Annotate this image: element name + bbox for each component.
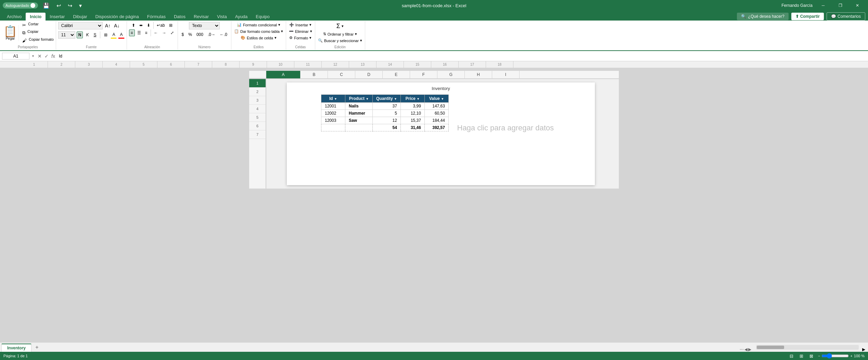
comma-btn[interactable]: 000 <box>195 31 205 38</box>
insert-function-btn[interactable]: fx <box>50 53 56 59</box>
row-num-6[interactable]: 6 <box>249 122 266 130</box>
align-bottom-btn[interactable]: ⬇ <box>145 22 152 29</box>
tab-ayuda[interactable]: Ayuda <box>231 13 252 21</box>
tab-archivo[interactable]: Archivo <box>3 13 26 21</box>
cell-product-1[interactable]: Nails <box>345 103 373 110</box>
number-format-select[interactable]: Texto <box>189 22 220 29</box>
tab-datos[interactable]: Datos <box>170 13 190 21</box>
cell-reference-input[interactable] <box>2 53 29 60</box>
tab-scroll-right[interactable]: ▶ <box>748 347 751 352</box>
minimize-button[interactable]: ─ <box>815 0 831 11</box>
row-num-1[interactable]: 1 <box>249 79 266 88</box>
redo-icon[interactable]: ↪ <box>66 2 74 9</box>
font-color-button[interactable]: A <box>118 31 124 39</box>
cell-price-1[interactable]: 3,99 <box>400 103 424 110</box>
save-icon[interactable]: 💾 <box>41 2 52 9</box>
cell-product-3[interactable]: Saw <box>345 117 373 124</box>
fill-color-button[interactable]: A <box>111 31 117 39</box>
comments-button[interactable]: 💬 Comentarios <box>827 12 865 21</box>
value-filter-arrow[interactable]: ▼ <box>441 97 444 101</box>
find-btn[interactable]: 🔍 Buscar y seleccionar ▾ <box>317 38 363 43</box>
th-price[interactable]: Price ▼ <box>400 95 424 103</box>
cut-button[interactable]: ✂ <box>21 22 27 28</box>
cell-value-2[interactable]: 60,50 <box>424 110 448 117</box>
sum-btn[interactable]: Σ ▾ <box>336 22 344 30</box>
tab-insertar[interactable]: Insertar <box>46 13 69 21</box>
pegar-button[interactable]: 📋 Pegar <box>2 25 19 41</box>
horizontal-scrollbar[interactable] <box>756 345 859 350</box>
insert-btn[interactable]: ➕ Insertar ▾ <box>289 22 312 28</box>
th-value[interactable]: Value ▼ <box>424 95 448 103</box>
tab-disposicion[interactable]: Disposición de página <box>91 13 143 21</box>
font-family-select[interactable]: Calibri <box>58 22 103 29</box>
increase-font-btn[interactable]: A↑ <box>104 23 112 28</box>
decrease-font-btn[interactable]: A↓ <box>113 23 120 28</box>
indent-dec-btn[interactable]: ← <box>152 29 160 36</box>
cell-price-2[interactable]: 12,10 <box>400 110 424 117</box>
format-btn[interactable]: ⚙ Formato ▾ <box>289 35 312 41</box>
undo-icon[interactable]: ↩ <box>54 2 63 9</box>
zoom-out-btn[interactable]: − <box>818 354 820 358</box>
restore-button[interactable]: ❐ <box>832 0 848 11</box>
cell-id-3[interactable]: 12003 <box>321 117 345 124</box>
th-quantity[interactable]: Quantity ▼ <box>373 95 401 103</box>
col-header-f[interactable]: F <box>410 71 437 78</box>
sheet-tab-inventory[interactable]: Inventory <box>1 344 31 352</box>
id-filter-arrow[interactable]: ▼ <box>334 97 337 101</box>
col-header-d[interactable]: D <box>355 71 383 78</box>
underline-button[interactable]: S <box>92 31 98 38</box>
row-num-2[interactable]: 2 <box>249 88 266 96</box>
col-header-b[interactable]: B <box>301 71 328 78</box>
cell-qty-1[interactable]: 37 <box>373 103 401 110</box>
share-button[interactable]: ⬆ Compartir <box>791 13 824 20</box>
merge-btn[interactable]: ⊞ <box>167 22 174 29</box>
align-left-btn[interactable]: ≡ <box>129 29 135 36</box>
tab-equipo[interactable]: Equipo <box>252 13 273 21</box>
dec-inc-btn[interactable]: .0→ <box>206 31 217 38</box>
align-right-btn[interactable]: ≡ <box>143 29 149 36</box>
cell-value-3[interactable]: 184,44 <box>424 117 448 124</box>
col-header-i[interactable]: I <box>492 71 520 78</box>
tab-scroll-left2[interactable]: ◀ <box>744 347 748 352</box>
format-paint-button[interactable]: 🖌 <box>21 37 28 44</box>
row-num-4[interactable]: 4 <box>249 105 266 113</box>
currency-btn[interactable]: $ <box>180 31 186 38</box>
tab-scroll-left[interactable]: ⋯ <box>740 347 744 352</box>
wrap-text-btn[interactable]: ↵ab <box>155 22 166 29</box>
close-button[interactable]: ✕ <box>850 0 865 11</box>
product-filter-arrow[interactable]: ▼ <box>366 97 369 101</box>
tab-formulas[interactable]: Fórmulas <box>143 13 170 21</box>
italic-button[interactable]: K <box>84 31 90 38</box>
col-header-h[interactable]: H <box>465 71 492 78</box>
page-layout-btn[interactable]: ⊞ <box>798 353 805 359</box>
confirm-formula-btn[interactable]: ✓ <box>43 53 50 59</box>
bold-button[interactable]: N <box>77 31 83 38</box>
row-num-5[interactable]: 5 <box>249 113 266 122</box>
dec-dec-btn[interactable]: ←.0 <box>218 31 229 38</box>
price-filter-arrow[interactable]: ▼ <box>417 97 420 101</box>
indent-inc-btn[interactable]: → <box>161 29 168 36</box>
scrollbar-thumb[interactable] <box>757 346 784 349</box>
col-header-a[interactable]: A <box>266 71 301 78</box>
border-button[interactable]: ⊞ <box>102 31 109 38</box>
qty-filter-arrow[interactable]: ▼ <box>394 97 397 101</box>
delete-btn[interactable]: ➖ Eliminar ▾ <box>288 28 313 34</box>
sort-filter-btn[interactable]: ⇅ Ordenar y filtrar ▾ <box>322 31 358 37</box>
row-num-3[interactable]: 3 <box>249 96 266 105</box>
cell-qty-2[interactable]: 5 <box>373 110 401 117</box>
cell-value-1[interactable]: 147,63 <box>424 103 448 110</box>
formula-input[interactable] <box>58 53 866 59</box>
page-break-btn[interactable]: ⊠ <box>808 353 815 359</box>
zoom-in-btn[interactable]: + <box>850 354 852 358</box>
add-sheet-button[interactable]: + <box>33 343 41 351</box>
conditional-format-btn[interactable]: 📊 Formato condicional ▾ <box>236 22 281 28</box>
copy-button[interactable]: ⧉ <box>21 29 27 36</box>
scroll-right-btn[interactable]: ▶ <box>861 347 867 352</box>
format-table-btn[interactable]: 📋 Dar formato como tabla ▾ <box>233 28 284 34</box>
orientation-btn[interactable]: ⤢ <box>169 29 176 36</box>
cell-id-2[interactable]: 12002 <box>321 110 345 117</box>
cancel-formula-btn[interactable]: ✕ <box>37 53 43 59</box>
align-middle-btn[interactable]: ⬌ <box>138 22 144 29</box>
col-header-c[interactable]: C <box>328 71 355 78</box>
tab-revisar[interactable]: Revisar <box>190 13 213 21</box>
